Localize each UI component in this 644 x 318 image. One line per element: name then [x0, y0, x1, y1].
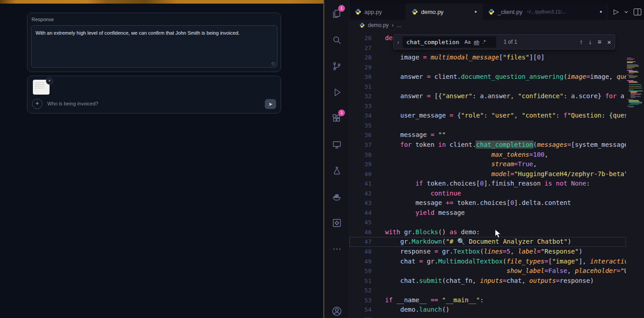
- line-number[interactable]: 52: [349, 286, 372, 295]
- line-number[interactable]: 38: [349, 150, 372, 160]
- code-line[interactable]: 29: [349, 63, 626, 73]
- line-number[interactable]: 29: [349, 63, 372, 73]
- code-line[interactable]: 36 message = "": [349, 130, 626, 140]
- code-line[interactable]: 33: [349, 101, 626, 111]
- code-line[interactable]: 49 chat = gr.MultimodalTextbox(file_type…: [349, 257, 626, 267]
- line-number[interactable]: 53: [349, 295, 372, 305]
- code-line[interactable]: 51 chat.submit(chat_fn, inputs=chat, out…: [349, 276, 626, 286]
- code-line[interactable]: 38 max_tokens=100,: [349, 150, 626, 160]
- line-number[interactable]: 47: [349, 237, 372, 247]
- code-token: (: [503, 258, 506, 265]
- activity-account-button[interactable]: [324, 305, 349, 318]
- toggle-replace-chevron-icon[interactable]: ›: [397, 39, 399, 45]
- code-line[interactable]: 32 answer = [{"answer": a.answer, "confi…: [349, 91, 626, 101]
- line-number[interactable]: 30: [349, 72, 372, 82]
- close-icon[interactable]: ×: [607, 38, 611, 46]
- resize-handle-icon[interactable]: [272, 62, 276, 66]
- code-line[interactable]: 37 for token in client.chat_completion(m…: [349, 140, 626, 150]
- code-line[interactable]: 31: [349, 82, 626, 92]
- line-number[interactable]: 48: [349, 247, 372, 257]
- split-editor-button[interactable]: [634, 9, 641, 15]
- activity-docker-button[interactable]: [324, 184, 349, 210]
- activity-source-control-button[interactable]: [324, 53, 349, 79]
- line-number[interactable]: 50: [349, 266, 372, 276]
- code-line[interactable]: 46with gr.Blocks() as demo:: [349, 227, 626, 237]
- code-line[interactable]: 44 yield message: [349, 208, 626, 218]
- code-line[interactable]: 52: [349, 286, 626, 295]
- regex-icon[interactable]: .*: [482, 39, 485, 45]
- code-token: client.: [446, 141, 476, 148]
- code-line[interactable]: 39 stream=True,: [349, 159, 626, 169]
- next-match-icon[interactable]: ↓: [589, 38, 592, 45]
- line-number[interactable]: 54: [349, 305, 372, 315]
- minimap[interactable]: [626, 58, 644, 318]
- code-line[interactable]: 50 show_label=False, placeholder="Upload…: [349, 266, 626, 276]
- line-number[interactable]: 39: [349, 159, 372, 169]
- code-line[interactable]: 53if __name__ == "__main__":: [349, 295, 626, 305]
- modified-dot-icon[interactable]: ●: [470, 9, 477, 14]
- code-line[interactable]: 35: [349, 121, 626, 131]
- activity-extensions-button[interactable]: 1: [324, 105, 349, 132]
- find-in-selection-icon[interactable]: ≡: [598, 38, 601, 45]
- run-python-file-button[interactable]: ▷: [613, 8, 619, 16]
- breadcrumb-more[interactable]: ...: [397, 22, 401, 28]
- tab-app-py[interactable]: app.py: [349, 4, 406, 20]
- line-number[interactable]: 46: [349, 227, 372, 237]
- line-number[interactable]: 27: [349, 43, 372, 53]
- code-line[interactable]: 34 user_message = {"role": "user", "cont…: [349, 111, 626, 121]
- line-number[interactable]: 28: [349, 53, 372, 63]
- code-line[interactable]: 41 if token.choices[0].finish_reason is …: [349, 179, 626, 189]
- add-file-button[interactable]: +: [32, 99, 42, 109]
- activity-explorer-button[interactable]: 1: [324, 1, 349, 27]
- line-number[interactable]: 45: [349, 218, 372, 227]
- chat-text-input[interactable]: [46, 98, 242, 109]
- code-line[interactable]: 54 demo.launch(): [349, 305, 626, 315]
- remove-attachment-button[interactable]: ×: [46, 77, 53, 85]
- line-number[interactable]: 26: [349, 33, 372, 43]
- tab-client-py[interactable]: _client.py ~/.../python3.11/... ●: [483, 4, 608, 20]
- send-button[interactable]: ➤: [265, 99, 276, 109]
- breadcrumb-file[interactable]: demo.py: [368, 22, 389, 28]
- line-number[interactable]: 51: [349, 276, 372, 286]
- line-number[interactable]: 44: [349, 208, 372, 218]
- line-number[interactable]: 55: [349, 315, 372, 318]
- line-number[interactable]: 43: [349, 198, 372, 208]
- response-textarea[interactable]: With an extremely high level of confiden…: [31, 25, 277, 68]
- line-number[interactable]: 40: [349, 169, 372, 179]
- code-line[interactable]: 45: [349, 218, 626, 227]
- line-number[interactable]: 41: [349, 179, 372, 189]
- line-number[interactable]: 32: [349, 91, 372, 101]
- match-case-icon[interactable]: Aa: [464, 39, 470, 45]
- activity-testing-button[interactable]: [324, 158, 349, 184]
- code-line[interactable]: 47 gr.Markdown("# 🔍 Document Analyzer Ch…: [349, 237, 626, 247]
- code-line[interactable]: 28 image = multimodal_message["files"][0…: [349, 53, 626, 63]
- line-number[interactable]: 49: [349, 257, 372, 267]
- code-line[interactable]: 40 model="HuggingFaceH4/zephyr-7b-beta")…: [349, 169, 626, 179]
- activity-container-tools-button[interactable]: [324, 210, 349, 236]
- run-dropdown-chevron-icon[interactable]: [624, 9, 629, 14]
- code-line[interactable]: 42 continue: [349, 189, 626, 199]
- line-number[interactable]: 34: [349, 111, 372, 121]
- code-line[interactable]: 55: [349, 315, 626, 318]
- line-number[interactable]: 31: [349, 82, 372, 92]
- find-input[interactable]: [405, 38, 461, 46]
- modified-dot-icon[interactable]: ●: [595, 9, 602, 14]
- code-token: 5: [507, 248, 510, 255]
- line-number[interactable]: 36: [349, 130, 372, 140]
- whole-word-icon[interactable]: ab: [474, 39, 479, 45]
- tab-label: _client.py: [498, 9, 522, 15]
- code-line[interactable]: 30 answer = client.document_question_ans…: [349, 72, 626, 82]
- tab-demo-py[interactable]: demo.py ●: [406, 4, 483, 20]
- code-editor[interactable]: 26def chat_fn(multimodal_message):2728 i…: [349, 31, 644, 318]
- activity-search-button[interactable]: [324, 27, 349, 53]
- line-number[interactable]: 35: [349, 121, 372, 131]
- line-number[interactable]: 33: [349, 101, 372, 111]
- activity-run-debug-button[interactable]: [324, 79, 349, 105]
- line-number[interactable]: 42: [349, 189, 372, 199]
- code-line[interactable]: 48 response = gr.Textbox(lines=5, label=…: [349, 247, 626, 257]
- previous-match-icon[interactable]: ↑: [580, 38, 583, 45]
- code-line[interactable]: 43 message += token.choices[0].delta.con…: [349, 198, 626, 208]
- activity-remote-explorer-button[interactable]: [324, 132, 349, 158]
- line-number[interactable]: 37: [349, 140, 372, 150]
- activity-more-button[interactable]: [324, 236, 349, 262]
